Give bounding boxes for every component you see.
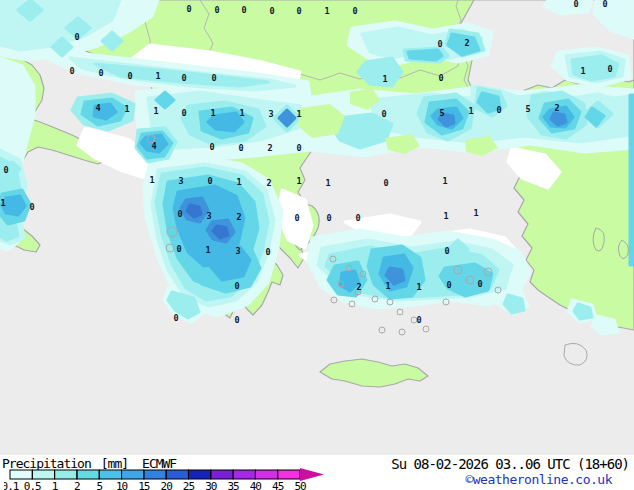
- precip-value: 1: [468, 106, 473, 116]
- legend-tick: 40: [250, 480, 262, 490]
- precip-value: 3: [235, 246, 240, 256]
- legend-swatch: [10, 470, 32, 479]
- legend-tick: 0.1: [4, 480, 19, 490]
- precip-value: 0: [234, 281, 239, 291]
- precip-value: 3: [206, 211, 211, 221]
- precip-value: 0: [241, 5, 246, 15]
- legend-swatch: [122, 470, 144, 479]
- precip-value: 0: [29, 202, 34, 212]
- legend-tick: 50: [294, 480, 306, 490]
- precip-value: 1: [580, 66, 585, 76]
- precip-value: 0: [74, 32, 79, 42]
- legend-tick: 35: [227, 480, 239, 490]
- legend-tick: 2: [74, 480, 80, 490]
- legend-swatch: [144, 470, 166, 479]
- precip-value: 0: [269, 6, 274, 16]
- precip-value: 2: [356, 282, 361, 292]
- precip-value: 0: [209, 142, 214, 152]
- precip-value: 0: [446, 280, 451, 290]
- legend: Precipitation[mm]ECMWF 0.10.512510152025…: [0, 455, 634, 490]
- precip-value: 1: [325, 178, 330, 188]
- weather-map-screenshot: 0000000100020001001010411011310510524002…: [0, 0, 634, 490]
- copyright: ©weatheronline.co.uk: [465, 472, 612, 487]
- precip-value: 0: [573, 0, 578, 9]
- precip-blob-l4: [408, 50, 442, 60]
- precip-value: 0: [602, 0, 607, 9]
- precip-value: 0: [352, 6, 357, 16]
- legend-tick: 15: [138, 480, 150, 490]
- precip-value: 0: [186, 4, 191, 14]
- precip-value: 0: [181, 73, 186, 83]
- precip-value: 0: [181, 108, 186, 118]
- legend-tick: 5: [96, 480, 102, 490]
- precip-value: 1: [0, 198, 5, 208]
- precip-value: 1: [382, 74, 387, 84]
- precip-value: 2: [267, 143, 272, 153]
- precip-value: 0: [177, 209, 182, 219]
- precip-value: 0: [381, 109, 386, 119]
- precip-value: 1: [443, 211, 448, 221]
- legend-colorbar: 0.10.5125101520253035404550: [4, 468, 340, 490]
- legend-tick: 20: [161, 480, 173, 490]
- precip-value: 0: [416, 315, 421, 325]
- legend-tick: 30: [205, 480, 217, 490]
- precip-blob-l5: [210, 247, 250, 280]
- legend-swatch: [255, 470, 277, 479]
- precip-value: 0: [355, 213, 360, 223]
- precip-blob-l4: [630, 95, 634, 265]
- precip-value: 0: [69, 66, 74, 76]
- precip-value: 0: [296, 6, 301, 16]
- precip-value: 1: [442, 176, 447, 186]
- precip-value: 1: [385, 281, 390, 291]
- precip-value: 1: [153, 106, 158, 116]
- precip-value: 0: [296, 143, 301, 153]
- precip-value: 0: [496, 105, 501, 115]
- precip-value: 2: [464, 38, 469, 48]
- legend-swatch: [233, 470, 255, 479]
- precip-value: 5: [525, 104, 530, 114]
- legend-swatch: [278, 470, 300, 479]
- precip-value: 3: [268, 109, 273, 119]
- precip-value: 5: [439, 108, 444, 118]
- legend-tick: 0.5: [24, 480, 41, 490]
- precip-value: 0: [607, 64, 612, 74]
- legend-tick: 10: [116, 480, 128, 490]
- precip-value: 1: [473, 208, 478, 218]
- legend-swatch: [32, 470, 54, 479]
- precip-value: 0: [234, 315, 239, 325]
- precip-value: 1: [236, 177, 241, 187]
- legend-swatch: [55, 470, 77, 479]
- precip-value: 0: [294, 213, 299, 223]
- precip-value: 0: [477, 279, 482, 289]
- precip-value: 0: [173, 313, 178, 323]
- precip-value: 0: [326, 213, 331, 223]
- precip-value: 0: [438, 73, 443, 83]
- precip-value: 2: [554, 103, 559, 113]
- precip-value: 0: [437, 39, 442, 49]
- precip-value: 3: [178, 176, 183, 186]
- precip-value: 0: [127, 71, 132, 81]
- forecast-datetime: Su 08-02-2026 03..06 UTC (18+60): [391, 456, 629, 472]
- precip-value: 0: [383, 178, 388, 188]
- precip-value: 1: [124, 104, 129, 114]
- precip-value: 1: [239, 108, 244, 118]
- legend-swatch: [211, 470, 233, 479]
- precip-value: 1: [324, 6, 329, 16]
- precip-value: 0: [211, 73, 216, 83]
- precip-value: 2: [266, 178, 271, 188]
- precip-value: 1: [155, 71, 160, 81]
- precip-value: 1: [149, 175, 154, 185]
- precip-value: 0: [176, 244, 181, 254]
- precip-value: 2: [236, 212, 241, 222]
- precip-value: 0: [98, 68, 103, 78]
- precip-value: 1: [416, 282, 421, 292]
- precip-value: 1: [210, 108, 215, 118]
- precip-value: 0: [214, 5, 219, 15]
- legend-swatch: [77, 470, 99, 479]
- precip-value: 1: [205, 245, 210, 255]
- precip-value: 0: [3, 165, 8, 175]
- precip-value: 0: [444, 246, 449, 256]
- legend-tick: 45: [272, 480, 284, 490]
- legend-tick: 1: [52, 480, 58, 490]
- legend-swatch: [166, 470, 188, 479]
